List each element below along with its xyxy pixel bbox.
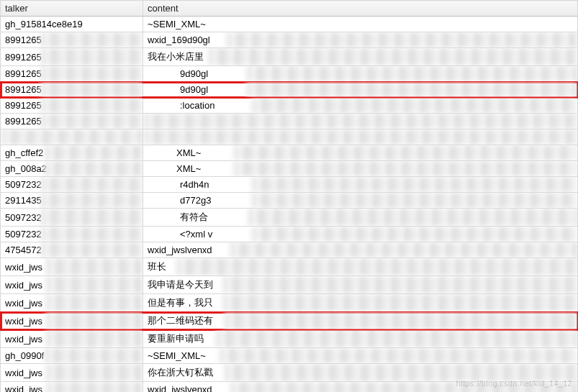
table-row[interactable]: gh_0990f~SEMI_XML~ xyxy=(1,348,578,364)
table-row[interactable]: wxid_jws那个二维码还有 xyxy=(1,312,578,330)
cell-content[interactable]: :location xyxy=(143,98,578,114)
redaction-overlay xyxy=(1,129,143,145)
cell-content[interactable]: 那个二维码还有 xyxy=(143,312,578,330)
cell-content[interactable] xyxy=(143,129,578,145)
table-row[interactable]: wxid_jws你在浙大钉私戳 xyxy=(1,364,578,382)
cell-talker[interactable]: gh_0990f xyxy=(1,348,143,364)
cell-talker-text: 8991265 xyxy=(5,84,42,95)
table-row[interactable]: 8991265 xyxy=(1,114,578,129)
cell-content[interactable]: ~SEMI_XML~ xyxy=(143,348,578,364)
cell-content-text: 你在浙大钉私戳 xyxy=(148,367,213,378)
cell-talker[interactable]: wxid_jws xyxy=(1,276,143,294)
cell-talker-text: 5097232 xyxy=(5,212,42,223)
cell-talker[interactable]: 5097232 xyxy=(1,209,143,227)
table-row[interactable]: wxid_jwswxid_jwslvenxd xyxy=(1,382,578,393)
redaction-overlay xyxy=(45,258,143,275)
table-row[interactable] xyxy=(1,129,578,145)
table-row[interactable]: gh_008a2XML~ xyxy=(1,161,578,177)
cell-talker[interactable]: wxid_jws xyxy=(1,330,143,348)
cell-content[interactable]: 班长 xyxy=(143,258,578,276)
redaction-overlay xyxy=(230,242,577,257)
cell-content-text: 要重新申请吗 xyxy=(148,333,204,344)
cell-talker[interactable]: 8991265 xyxy=(1,32,143,48)
table-row[interactable]: wxid_jws班长 xyxy=(1,258,578,276)
cell-content[interactable]: 9d90gl xyxy=(143,82,578,98)
redaction-overlay xyxy=(40,242,143,257)
cell-content[interactable]: 你在浙大钉私戳 xyxy=(143,364,578,382)
cell-content-text: 9d90gl xyxy=(148,84,208,95)
table-row[interactable]: wxid_jws但是有事，我只 xyxy=(1,294,578,312)
cell-content[interactable]: XML~ xyxy=(143,145,578,161)
table-row[interactable]: 2911435d772g3 xyxy=(1,193,578,209)
cell-content-text: 我申请是今天到 xyxy=(148,279,213,290)
table-row[interactable]: wxid_jws我申请是今天到 xyxy=(1,276,578,294)
cell-content-text: wxid_jwslvenxd xyxy=(148,384,212,392)
table-row[interactable]: 5097232<?xml v xyxy=(1,227,578,242)
table-row[interactable]: 8991265:location xyxy=(1,98,578,114)
cell-content[interactable]: wxid_jwslvenxd xyxy=(143,382,578,393)
table-row[interactable]: 5097232r4dh4n xyxy=(1,177,578,193)
redaction-overlay xyxy=(251,177,577,192)
cell-talker[interactable]: wxid_jws xyxy=(1,294,143,312)
cell-content[interactable]: ~SEMI_XML~ xyxy=(143,17,578,32)
cell-content[interactable]: 我申请是今天到 xyxy=(143,276,578,294)
cell-talker-text: wxid_jws xyxy=(5,316,42,327)
cell-content[interactable]: 但是有事，我只 xyxy=(143,294,578,312)
redaction-overlay xyxy=(143,114,577,129)
redaction-overlay xyxy=(222,294,577,311)
redaction-overlay xyxy=(251,98,577,113)
cell-content[interactable]: r4dh4n xyxy=(143,177,578,193)
column-header-content[interactable]: content xyxy=(143,1,578,17)
cell-content[interactable]: 要重新申请吗 xyxy=(143,330,578,348)
cell-talker[interactable]: 5097232 xyxy=(1,177,143,193)
cell-content[interactable]: <?xml v xyxy=(143,227,578,242)
cell-talker[interactable]: 5097232 xyxy=(1,227,143,242)
redaction-overlay xyxy=(45,364,143,381)
table-row[interactable]: 4754572wxid_jwslvenxd xyxy=(1,242,578,258)
cell-content-text: :location xyxy=(148,100,215,111)
table-row[interactable]: 89912659d90gl xyxy=(1,82,578,98)
cell-talker[interactable]: 2911435 xyxy=(1,193,143,209)
cell-content-text: 我在小米店里 xyxy=(148,51,204,62)
cell-talker-text: wxid_jws xyxy=(5,384,42,392)
cell-talker-text: wxid_jws xyxy=(5,368,42,378)
cell-talker[interactable]: 4754572 xyxy=(1,242,143,258)
redaction-overlay xyxy=(251,193,577,208)
redaction-overlay xyxy=(222,276,577,293)
cell-content[interactable]: d772g3 xyxy=(143,193,578,209)
header-row: talker content xyxy=(1,1,578,17)
cell-talker[interactable]: wxid_jws xyxy=(1,382,143,393)
table-row[interactable]: gh_915814ce8e19~SEMI_XML~ xyxy=(1,17,578,32)
cell-talker[interactable]: 8991265 xyxy=(1,48,143,66)
redaction-overlay xyxy=(248,209,577,226)
cell-content[interactable]: XML~ xyxy=(143,161,578,177)
cell-talker[interactable]: 8991265 xyxy=(1,82,143,98)
cell-talker[interactable]: gh_915814ce8e19 xyxy=(1,17,143,32)
cell-talker-text: gh_0990f xyxy=(5,350,44,361)
cell-talker[interactable]: wxid_jws xyxy=(1,364,143,382)
cell-content[interactable]: wxid_169d90gl xyxy=(143,32,578,48)
cell-talker[interactable]: wxid_jws xyxy=(1,258,143,276)
table-row[interactable]: 5097232有符合 xyxy=(1,209,578,227)
cell-content[interactable]: 我在小米店里 xyxy=(143,48,578,66)
table-row[interactable]: 89912659d90gl xyxy=(1,66,578,82)
cell-content[interactable]: wxid_jwslvenxd xyxy=(143,242,578,258)
table-row[interactable]: gh_cffef2XML~ xyxy=(1,145,578,161)
cell-talker[interactable]: 8991265 xyxy=(1,114,143,129)
cell-talker[interactable]: 8991265 xyxy=(1,66,143,82)
redaction-overlay xyxy=(176,258,577,275)
cell-talker[interactable]: 8991265 xyxy=(1,98,143,114)
cell-content[interactable]: 有符合 xyxy=(143,209,578,227)
table-row[interactable]: 8991265我在小米店里 xyxy=(1,48,578,66)
cell-content[interactable]: 9d90gl xyxy=(143,66,578,82)
cell-talker[interactable]: gh_cffef2 xyxy=(1,145,143,161)
cell-talker[interactable]: gh_008a2 xyxy=(1,161,143,177)
redaction-overlay xyxy=(40,193,143,208)
table-row[interactable]: wxid_jws要重新申请吗 xyxy=(1,330,578,348)
column-header-talker[interactable]: talker xyxy=(1,1,143,17)
cell-talker[interactable] xyxy=(1,129,143,145)
cell-content[interactable] xyxy=(143,114,578,129)
redaction-overlay xyxy=(219,348,577,363)
cell-talker[interactable]: wxid_jws xyxy=(1,312,143,330)
table-row[interactable]: 8991265wxid_169d90gl xyxy=(1,32,578,48)
